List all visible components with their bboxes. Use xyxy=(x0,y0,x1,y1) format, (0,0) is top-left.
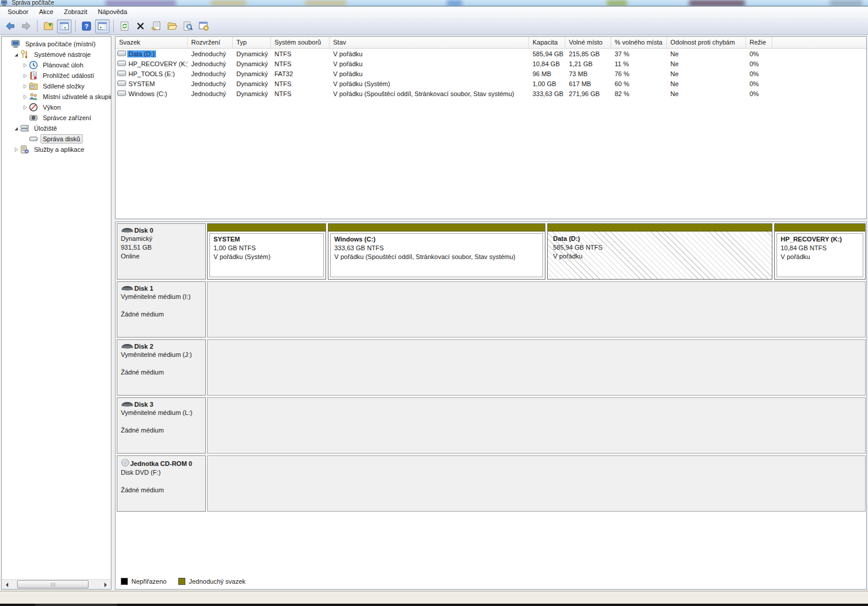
help-button[interactable]: ? xyxy=(79,19,94,33)
partition-details: SYSTEM1,00 GB NTFSV pořádku (Systém) xyxy=(209,233,324,277)
window-title: Správa počítače xyxy=(12,0,54,6)
disk-info-panel[interactable]: Disk 3Vyměnitelné médium (L:) Žádné médi… xyxy=(117,397,206,454)
scroll-left-arrow[interactable] xyxy=(2,580,12,590)
tree-item-device-manager[interactable]: Správce zařízení xyxy=(2,113,111,123)
up-level-button[interactable] xyxy=(41,19,56,33)
column-typ[interactable]: Typ xyxy=(233,37,271,48)
partition-block[interactable]: Windows (C:)333,63 GB NTFSV pořádku (Spo… xyxy=(328,223,545,280)
disk-row: Jednotka CD-ROM 0Disk DVD (F:) Žádné méd… xyxy=(117,455,866,512)
column-rozvrzeni[interactable]: Rozvržení xyxy=(188,37,233,48)
tree-item-local-users[interactable]: Místní uživatelé a skupiny xyxy=(2,91,111,102)
column-pct-volneho-mista[interactable]: % volného místa xyxy=(611,37,667,48)
back-button[interactable] xyxy=(3,19,18,33)
action-pane-icon xyxy=(97,21,108,32)
volume-cell-overhead: 0% xyxy=(746,80,772,87)
disk-info-panel[interactable]: Jednotka CD-ROM 0Disk DVD (F:) Žádné méd… xyxy=(117,455,206,512)
properties-icon xyxy=(151,21,162,32)
tree-item-system-tools[interactable]: Systémové nástroje xyxy=(2,49,111,60)
tree-item-shared-folders[interactable]: 23Sdílené složky xyxy=(2,81,111,91)
desktop-blur-blob xyxy=(607,0,627,6)
expander-collapsed-icon[interactable] xyxy=(21,104,29,111)
tree-item-performance[interactable]: Výkon xyxy=(2,102,111,113)
volume-cell-layout: Jednoduchý xyxy=(188,50,233,57)
expander-collapsed-icon[interactable] xyxy=(21,83,29,90)
cd-icon xyxy=(121,458,130,468)
status-bar xyxy=(0,591,868,604)
tree-item-services[interactable]: Služby a aplikace xyxy=(2,144,111,155)
delete-button[interactable] xyxy=(133,19,148,33)
scroll-right-arrow[interactable] xyxy=(101,580,111,590)
column-system-souboru[interactable]: Systém souborů xyxy=(271,37,330,48)
forward-button[interactable] xyxy=(19,19,33,33)
disk-info-line xyxy=(121,301,202,310)
expander-collapsed-icon[interactable] xyxy=(21,62,29,69)
column-volne-misto[interactable]: Volné místo xyxy=(565,37,611,48)
disk-info-line: Vyměnitelné médium (I:) xyxy=(121,292,202,301)
disk-body: SYSTEM1,00 GB NTFSV pořádku (Systém)Wind… xyxy=(207,223,866,280)
volume-row[interactable]: HP_RECOVERY (K:)JednoduchýDynamickýNTFSV… xyxy=(116,59,866,69)
open-button[interactable] xyxy=(165,19,179,33)
volume-cell-free_pct: 11 % xyxy=(611,60,667,67)
tree-item-disk-management[interactable]: Správa disků xyxy=(2,134,111,144)
partition-block[interactable]: SYSTEM1,00 GB NTFSV pořádku (Systém) xyxy=(207,223,326,280)
menu-soubor[interactable]: Soubor xyxy=(2,7,33,17)
partition-color-bar xyxy=(328,224,545,231)
no-media-area[interactable] xyxy=(207,397,866,454)
column-svazek[interactable]: Svazek xyxy=(116,37,188,48)
find-button[interactable] xyxy=(181,19,195,33)
menu-akce[interactable]: Akce xyxy=(33,7,58,17)
show-action-pane-button[interactable] xyxy=(95,19,110,33)
volume-cell-overhead: 0% xyxy=(746,60,772,67)
volume-row[interactable]: SYSTEMJednoduchýDynamickýNTFSV pořádku (… xyxy=(116,79,866,88)
disk-info-panel[interactable]: Disk 1Vyměnitelné médium (I:) Žádné médi… xyxy=(117,281,206,338)
partition-block[interactable]: Data (D:)585,94 GB NTFSV pořádku xyxy=(547,223,772,280)
partition-name: SYSTEM xyxy=(213,235,320,244)
tree-item-event-viewer[interactable]: Prohlížeč událostí xyxy=(2,70,111,81)
expander-expanded-icon[interactable] xyxy=(12,52,20,58)
volume-row[interactable]: Windows (C:)JednoduchýDynamickýNTFSV poř… xyxy=(116,88,866,98)
disk-info-line: 931,51 GB xyxy=(121,243,202,252)
tree-item-computer-management[interactable]: Správa počítače (místní) xyxy=(2,39,111,49)
show-console-tree-button[interactable] xyxy=(57,19,72,33)
expander-collapsed-icon[interactable] xyxy=(21,94,29,100)
expander-expanded-icon[interactable] xyxy=(12,125,20,132)
partition-block[interactable]: HP_RECOVERY (K:)10,84 GB NTFSV pořádku xyxy=(774,223,866,280)
scrollbar-thumb[interactable] xyxy=(17,580,89,588)
tree-horizontal-scrollbar[interactable] xyxy=(2,579,111,589)
disk-info-panel[interactable]: Disk 0Dynamický931,51 GBOnline xyxy=(117,223,206,280)
no-media-area[interactable] xyxy=(207,281,866,338)
tree-item-label: Správce zařízení xyxy=(40,113,94,122)
no-media-area[interactable] xyxy=(207,339,866,396)
disk-name-line: Disk 3 xyxy=(121,400,202,408)
tree-item-storage[interactable]: Úložiště xyxy=(2,123,111,134)
expander-collapsed-icon[interactable] xyxy=(12,147,20,153)
tree-item-label: Plánovač úloh xyxy=(40,60,86,70)
menu-zobrazit[interactable]: Zobrazit xyxy=(59,7,93,17)
volume-row[interactable]: HP_TOOLS (E:)JednoduchýDynamickýFAT32V p… xyxy=(116,69,866,79)
back-arrow-icon xyxy=(5,21,16,32)
no-media-area[interactable] xyxy=(207,455,866,512)
storage-icon xyxy=(20,124,30,133)
volume-row[interactable]: Data (D:)JednoduchýDynamickýNTFSV pořádk… xyxy=(116,49,866,59)
disk-info-panel[interactable]: Disk 2Vyměnitelné médium (J:) Žádné médi… xyxy=(117,339,206,396)
volume-icon xyxy=(117,80,127,87)
volume-cell-fs: NTFS xyxy=(271,80,330,87)
customize-button[interactable] xyxy=(196,19,211,33)
app-icon xyxy=(1,0,8,6)
refresh-button[interactable] xyxy=(117,19,132,33)
disk-name: Jednotka CD-ROM 0 xyxy=(130,460,192,467)
volume-cell-status: V pořádku xyxy=(330,60,529,67)
volume-cell-fault_tolerance: Ne xyxy=(667,60,746,67)
device-manager-icon xyxy=(29,113,39,122)
volume-cell-capacity: 1,00 GB xyxy=(529,80,565,87)
properties-button[interactable] xyxy=(149,19,164,33)
column-odolnost[interactable]: Odolnost proti chybám xyxy=(667,37,746,48)
expander-collapsed-icon[interactable] xyxy=(21,73,29,79)
volume-cell-fault_tolerance: Ne xyxy=(667,90,746,97)
column-rezie[interactable]: Režie xyxy=(746,37,772,48)
tree-item-task-scheduler[interactable]: Plánovač úloh xyxy=(2,60,111,70)
column-kapacita[interactable]: Kapacita xyxy=(529,37,565,48)
menu-napoveda[interactable]: Nápověda xyxy=(93,7,133,17)
disk-rows: Disk 0Dynamický931,51 GBOnlineSYSTEM1,00… xyxy=(117,223,866,512)
column-stav[interactable]: Stav xyxy=(330,37,529,48)
